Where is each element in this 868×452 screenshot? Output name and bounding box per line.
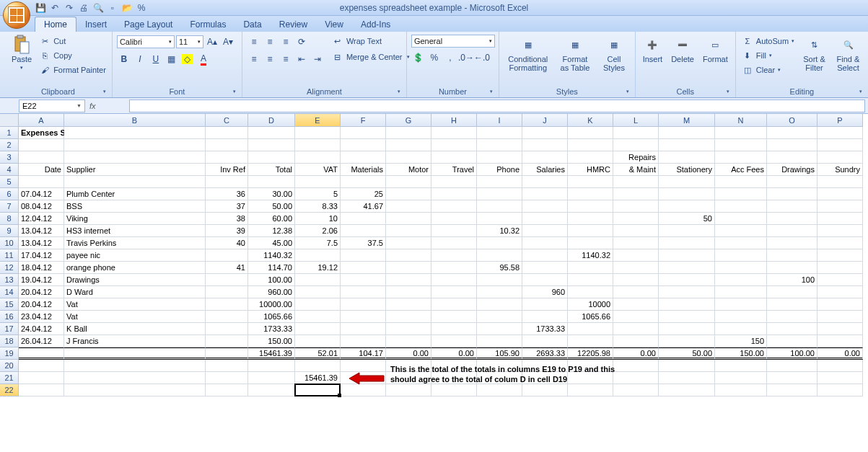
row-header-22[interactable]: 22 (0, 384, 19, 396)
cell-G14[interactable] (386, 286, 431, 298)
save-icon[interactable]: 💾 (35, 2, 46, 14)
cell-O4[interactable]: Drawings (767, 164, 817, 176)
cell-F16[interactable] (341, 311, 386, 323)
align-left-button[interactable]: ≡ (247, 52, 261, 66)
cell-H2[interactable] (431, 139, 477, 151)
fx-icon[interactable]: fx (85, 102, 100, 110)
cell-K11[interactable]: 1140.32 (568, 249, 613, 262)
cell-O13[interactable]: 100 (767, 274, 817, 286)
tab-page-layout[interactable]: Page Layout (115, 17, 181, 32)
formula-input[interactable] (129, 99, 865, 112)
column-header-E[interactable]: E (295, 114, 341, 127)
cell-B19[interactable] (64, 347, 206, 360)
currency-button[interactable]: 💲 (411, 50, 426, 65)
cell-I13[interactable] (477, 274, 522, 286)
select-all-corner[interactable] (0, 114, 19, 127)
cell-G4[interactable]: Motor (386, 164, 431, 176)
cell-N5[interactable] (715, 176, 767, 188)
cell-N6[interactable] (715, 188, 767, 200)
cell-D2[interactable] (248, 139, 295, 151)
cell-D3[interactable] (248, 151, 295, 164)
italic-button[interactable]: I (133, 52, 147, 66)
cell-A3[interactable] (19, 151, 64, 164)
cell-D1[interactable] (248, 127, 295, 139)
cell-G16[interactable] (386, 311, 431, 323)
cell-O15[interactable] (767, 298, 817, 311)
cell-A11[interactable]: 17.04.12 (19, 249, 64, 262)
cell-E11[interactable] (295, 249, 341, 262)
cell-M11[interactable] (659, 249, 715, 262)
cell-D6[interactable]: 30.00 (248, 188, 295, 200)
column-header-F[interactable]: F (341, 114, 386, 127)
wrap-text-button[interactable]: ↩Wrap Text (330, 35, 411, 48)
cell-E5[interactable] (295, 176, 341, 188)
cell-J15[interactable] (522, 298, 568, 311)
cell-M7[interactable] (659, 200, 715, 213)
cell-O12[interactable] (767, 262, 817, 274)
cell-C16[interactable] (206, 311, 248, 323)
increase-decimal-button[interactable]: .0→ (459, 50, 473, 65)
cell-K2[interactable] (568, 139, 613, 151)
cell-E4[interactable]: VAT (295, 164, 341, 176)
cell-O1[interactable] (767, 127, 817, 139)
tab-data[interactable]: Data (234, 17, 270, 32)
cell-J3[interactable] (522, 151, 568, 164)
tab-add-ins[interactable]: Add-Ins (352, 17, 399, 32)
cell-H3[interactable] (431, 151, 477, 164)
cell-C1[interactable] (206, 127, 248, 139)
cell-I6[interactable] (477, 188, 522, 200)
cell-P12[interactable] (817, 262, 863, 274)
orientation-button[interactable]: ⟳ (294, 35, 309, 49)
cell-E1[interactable] (295, 127, 341, 139)
cell-D10[interactable]: 45.00 (248, 237, 295, 249)
cell-D13[interactable]: 100.00 (248, 274, 295, 286)
cell-H17[interactable] (431, 323, 477, 335)
cell-P8[interactable] (817, 213, 863, 225)
cell-A8[interactable]: 12.04.12 (19, 213, 64, 225)
cell-P7[interactable] (817, 200, 863, 213)
row-header-16[interactable]: 16 (0, 311, 19, 323)
row-header-12[interactable]: 12 (0, 262, 19, 274)
cell-A13[interactable]: 19.04.12 (19, 274, 64, 286)
border-button[interactable]: ▦ (165, 52, 179, 66)
format-cells-button[interactable]: ▭Format (700, 35, 731, 86)
cell-I1[interactable] (477, 127, 522, 139)
cell-P20[interactable] (817, 360, 863, 372)
cell-B1[interactable] (64, 127, 206, 139)
row-header-15[interactable]: 15 (0, 298, 19, 311)
cell-K6[interactable] (568, 188, 613, 200)
column-header-M[interactable]: M (659, 114, 715, 127)
cell-A1[interactable]: Expenses Spreadsheet Example (19, 127, 64, 139)
cell-I9[interactable]: 10.32 (477, 225, 522, 237)
cell-B7[interactable]: BSS (64, 200, 206, 213)
cell-E18[interactable] (295, 335, 341, 347)
column-header-O[interactable]: O (767, 114, 817, 127)
cell-G19[interactable]: 0.00 (386, 347, 431, 360)
cell-C3[interactable] (206, 151, 248, 164)
cell-I5[interactable] (477, 176, 522, 188)
undo-icon[interactable]: ↶ (49, 2, 61, 14)
column-header-G[interactable]: G (386, 114, 431, 127)
cell-G8[interactable] (386, 213, 431, 225)
cell-E15[interactable] (295, 298, 341, 311)
cell-B15[interactable]: Vat (64, 298, 206, 311)
cell-H16[interactable] (431, 311, 477, 323)
cell-G10[interactable] (386, 237, 431, 249)
cell-B16[interactable]: Vat (64, 311, 206, 323)
cell-I14[interactable] (477, 286, 522, 298)
cell-K19[interactable]: 12205.98 (568, 347, 613, 360)
cell-I22[interactable] (477, 384, 522, 396)
cell-H12[interactable] (431, 262, 477, 274)
row-header-20[interactable]: 20 (0, 360, 19, 372)
cell-B20[interactable] (64, 360, 206, 372)
cell-E16[interactable] (295, 311, 341, 323)
cell-M2[interactable] (659, 139, 715, 151)
cell-F14[interactable] (341, 286, 386, 298)
row-header-8[interactable]: 8 (0, 213, 19, 225)
cell-F3[interactable] (341, 151, 386, 164)
cell-M12[interactable] (659, 262, 715, 274)
cell-B6[interactable]: Plumb Center (64, 188, 206, 200)
underline-button[interactable]: U (149, 52, 163, 66)
cell-P21[interactable] (817, 372, 863, 384)
cell-E22[interactable] (295, 384, 341, 396)
